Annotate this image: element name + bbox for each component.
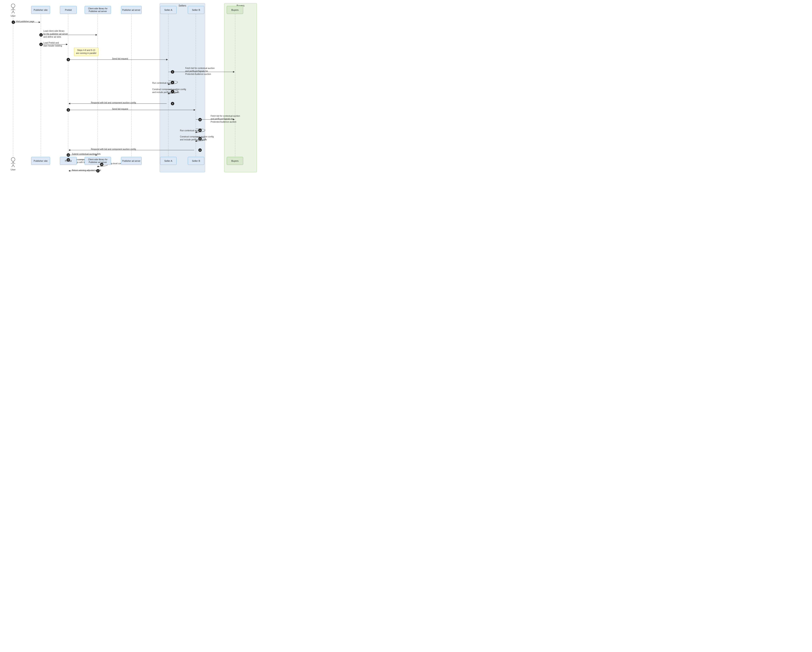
step-14-label: Submit contextual auction bids [72,153,101,155]
step-2-circle: 2 [39,33,43,37]
svg-marker-9 [39,21,40,23]
step-1-label: Visit publisher page [16,20,34,23]
step-4-circle: 4 [67,58,70,61]
actor-user-bottom-label: User [9,168,17,171]
step-9-label: Send bid request [112,108,128,110]
lifeline-client-side-top: Client-side library forPublisher ad serv… [85,6,111,14]
lifeline-publisher-site-top: Publisher site [31,6,50,14]
lifeline-buyers-top: Buyers [227,6,243,14]
svg-marker-21 [69,103,70,104]
step-1-circle: 1 [12,20,15,24]
group-sellers: Sellers [160,3,205,172]
svg-line-40 [13,9,15,10]
lifeline-client-side-bottom: Client-side library forPublisher ad serv… [85,157,111,165]
step-5-label: Fetch bid for contextual auctionand perB… [185,67,215,76]
actor-user-top-label: User [9,15,17,17]
step-6-circle: 6 [171,81,174,84]
step-3-circle: 3 [39,43,43,46]
step-17-circle: 17 [96,169,99,172]
step-13-label: Respond with bid and component auction c… [91,148,136,150]
lifeline-pub-ad-server-bottom: Publisher ad server [121,157,142,165]
lifeline-seller-a-bottom: Seller A [160,157,177,165]
svg-marker-34 [97,166,99,167]
group-buyers: Buyers [224,3,257,172]
svg-point-37 [11,4,15,8]
svg-marker-36 [69,170,70,172]
lifeline-prebid-top: Prebid [60,6,77,14]
step-11-circle: 11 [198,128,202,132]
svg-line-45 [11,162,13,164]
step-13-circle: 13 [198,148,202,152]
step-9-circle: 9 [67,108,70,112]
step-4-label: Send bid request [112,58,128,60]
arrows-layer [0,0,262,174]
lifeline-seller-a-top: Seller A [160,6,177,14]
svg-marker-11 [96,34,97,36]
step-3-label: Load Prebid andstart header bidding [43,41,62,47]
step-5-circle: 5 [171,70,174,73]
step-12-label: Construct component auction configand in… [180,135,214,141]
step-16-circle: 16 [100,163,104,166]
step-14-circle: 14 [67,153,70,157]
svg-line-41 [12,11,13,13]
note-box: Steps 4-8 and 9-13 are running in parall… [74,47,98,56]
lifeline-pub-ad-server-top: Publisher ad server [121,6,142,14]
step-8-circle: 8 [171,102,174,105]
svg-marker-29 [69,149,70,151]
step-15-circle: 15 [67,158,70,161]
diagram-container: Sellers Buyers [0,0,262,174]
svg-marker-13 [66,44,68,45]
lifeline-publisher-site-bottom: Publisher site [31,157,50,165]
step-2-label: Load client-side libraryfor the publishe… [43,30,68,38]
svg-line-39 [11,9,13,10]
step-10-circle: 10 [198,118,202,121]
svg-line-48 [13,165,15,167]
svg-line-47 [12,165,13,167]
step-7-label: Construct component auction configand in… [152,88,186,94]
svg-point-43 [11,157,15,161]
actor-user-bottom: User [9,157,17,171]
actor-user-top: User [9,3,17,17]
step-12-circle: 12 [198,137,202,140]
svg-line-42 [13,11,15,13]
step-8-label: Respond with bid and component auction c… [91,102,136,104]
lifeline-seller-b-top: Seller B [188,6,204,14]
svg-line-46 [13,162,15,164]
step-6-label: Run contextual auction [152,82,174,84]
lifeline-seller-b-bottom: Seller B [188,157,204,165]
step-10-label: Fetch bid for contextual auctionand perB… [211,114,240,123]
lifeline-buyers-bottom: Buyers [227,157,243,165]
step-7-circle: 7 [171,90,174,93]
